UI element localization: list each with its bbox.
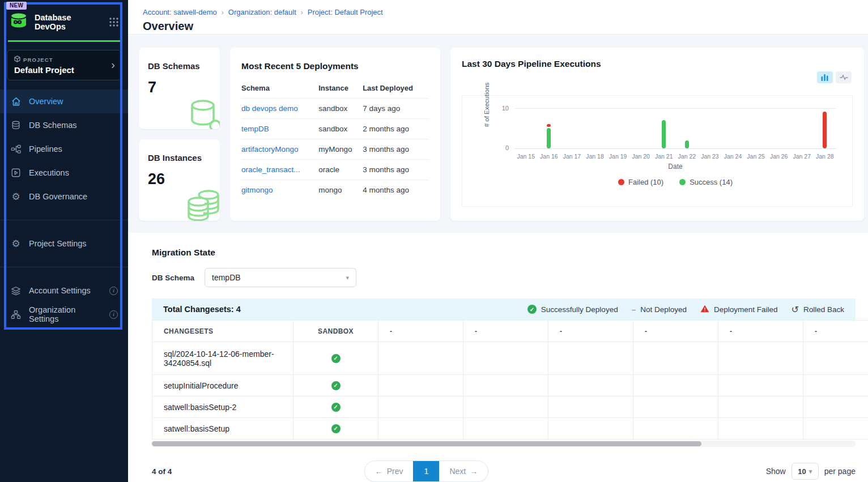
- db-schemas-card[interactable]: DB Schemas 7: [139, 48, 220, 129]
- schema-link[interactable]: tempDB: [241, 125, 269, 133]
- breadcrumb-organization-link[interactable]: Organization: default: [228, 8, 296, 16]
- x-tick-label: Jan 19: [606, 153, 629, 160]
- last-deployed-cell: 7 days ago: [363, 99, 429, 119]
- chevron-down-icon: ▾: [346, 274, 350, 281]
- page-size-value: 10: [798, 467, 806, 476]
- info-icon[interactable]: i: [109, 287, 118, 295]
- changesets-summary-bar: Total Changesets: 4 ✓ Successfully Deplo…: [152, 298, 856, 320]
- changeset-row: sql/2024-10-14-12-06-member-34240854.sql…: [152, 342, 868, 375]
- x-tick-label: Jan 23: [699, 153, 722, 160]
- changeset-row: setupInitialProcedure ✓: [152, 375, 868, 396]
- arrow-right-icon: →: [470, 467, 478, 476]
- check-circle-icon: ✓: [527, 305, 537, 314]
- sidebar-divider: [0, 267, 128, 267]
- legend-item-not-deployed: – Not Deployed: [632, 305, 687, 314]
- schema-link[interactable]: oracle_transact...: [241, 165, 300, 174]
- schema-link[interactable]: db devops demo: [241, 104, 298, 113]
- main-area: Account: satwell-demo › Organization: de…: [128, 0, 868, 482]
- legend-item-rolled-back: ↺ Rolled Back: [792, 304, 844, 315]
- gear-icon: ⚙: [10, 192, 22, 202]
- card-title: Most Recent 5 Deployments: [241, 61, 429, 71]
- x-tick-label: Jan 16: [538, 153, 561, 160]
- prev-button[interactable]: ← Prev: [365, 461, 414, 481]
- stat-title: DB Instances: [148, 153, 211, 163]
- changeset-name: setupInitialProcedure: [152, 375, 293, 396]
- project-selector[interactable]: PROJECT Default Project ›: [7, 50, 121, 80]
- failed-dot-icon: [618, 179, 624, 185]
- schema-link[interactable]: artifactoryMongo: [241, 145, 299, 153]
- horizontal-scrollbar[interactable]: [152, 441, 856, 447]
- table-row: artifactoryMongo myMongo 3 months ago: [241, 139, 429, 160]
- y-tick-label: 0: [505, 144, 509, 151]
- legend-item-failed: Deployment Failed: [700, 305, 778, 314]
- page-size-select[interactable]: 10 ▾: [792, 463, 819, 480]
- per-page-label: per page: [824, 467, 856, 476]
- gear-icon: ⚙: [10, 239, 22, 249]
- sidebar-item-db-schemas[interactable]: DB Schemas: [0, 113, 128, 137]
- x-tick-label: Jan 27: [790, 153, 814, 160]
- table-row: oracle_transact... oracle 3 months ago: [241, 160, 429, 180]
- breadcrumb-separator: ›: [296, 8, 308, 16]
- db-instances-card[interactable]: DB Instances 26: [139, 139, 220, 221]
- column-header-changesets: CHANGESETS: [152, 321, 293, 342]
- section-title: Migration State: [152, 248, 868, 258]
- info-icon[interactable]: i: [109, 310, 118, 319]
- sidebar-item-db-governance[interactable]: ⚙ DB Governance: [0, 185, 128, 208]
- db-schema-select[interactable]: tempDB ▾: [205, 268, 356, 287]
- sidebar-item-label: Organization Settings: [29, 305, 102, 323]
- breadcrumb-account-link[interactable]: Account: satwell-demo: [143, 8, 217, 16]
- last-deployed-cell: 4 months ago: [363, 180, 429, 201]
- prev-label: Prev: [387, 467, 403, 476]
- table-row: tempDB sandbox 2 months ago: [241, 119, 429, 139]
- chart-bar-success: [685, 140, 689, 148]
- sidebar-item-pipelines[interactable]: Pipelines: [0, 137, 128, 161]
- chart-area: # of Executions 10 0 Jan 15Jan 16Jan 17J…: [462, 95, 853, 207]
- sidebar-item-organization-settings[interactable]: Organization Settings i: [0, 302, 128, 326]
- legend-label: Not Deployed: [640, 305, 687, 314]
- sidebar-item-overview[interactable]: Overview: [0, 89, 128, 113]
- brand-underline: [8, 40, 120, 42]
- chart-title: Last 30 Days Pipeline Executions: [462, 59, 853, 69]
- changeset-row: satwell:basisSetup ✓: [152, 418, 868, 440]
- x-tick-label: Jan 17: [560, 153, 584, 160]
- check-circle-icon: ✓: [331, 403, 341, 412]
- x-tick-label: Jan 25: [744, 153, 768, 160]
- stat-value: 26: [148, 170, 211, 188]
- pipeline-icon: [10, 144, 22, 154]
- apps-grid-icon[interactable]: [109, 17, 119, 27]
- chart-type-toggle: [817, 71, 852, 83]
- instance-cell: oracle: [318, 160, 363, 180]
- y-tick-label: 10: [502, 105, 509, 112]
- line-chart-toggle-icon[interactable]: [836, 71, 852, 83]
- chevron-down-icon: ▾: [809, 468, 812, 475]
- row-count: 4 of 4: [152, 467, 172, 476]
- schema-link[interactable]: gitmongo: [241, 186, 273, 194]
- chart-bar-failed: [547, 124, 551, 127]
- horizontal-scrollbar-thumb[interactable]: [152, 441, 701, 446]
- breadcrumb-project-link[interactable]: Project: Default Project: [308, 8, 383, 16]
- legend-label: Failed (10): [628, 178, 663, 186]
- sidebar-item-label: Executions: [29, 168, 69, 177]
- sidebar-item-label: Account Settings: [29, 286, 102, 295]
- migration-state-section: Migration State DB Schema tempDB ▾ Total…: [128, 233, 868, 482]
- instance-cell: sandbox: [318, 99, 363, 119]
- page-1-button[interactable]: 1: [413, 461, 439, 481]
- sidebar-item-project-settings[interactable]: ⚙ Project Settings: [0, 232, 128, 255]
- page-header: Account: satwell-demo › Organization: de…: [128, 0, 868, 35]
- sidebar-nav: Overview DB Schemas: [0, 89, 128, 326]
- next-button[interactable]: Next →: [439, 461, 488, 481]
- changeset-row: satwell:basisSetup-2 ✓: [152, 396, 868, 418]
- x-tick-label: Jan 28: [814, 153, 837, 160]
- project-label: PROJECT: [23, 57, 53, 63]
- chart-legend: Failed (10) Success (14): [514, 178, 836, 186]
- sidebar-item-executions[interactable]: Executions: [0, 161, 128, 185]
- sidebar-item-account-settings[interactable]: Account Settings i: [0, 279, 128, 302]
- bar-chart-toggle-icon[interactable]: [817, 71, 833, 83]
- column-header: -: [718, 321, 803, 342]
- column-header: -: [378, 321, 463, 342]
- pager-controls: ← Prev 1 Next →: [364, 460, 489, 482]
- last-deployed-cell: 3 months ago: [363, 160, 429, 180]
- brand-name: Database DevOps: [35, 13, 103, 31]
- x-tick-label: Jan 22: [675, 153, 699, 160]
- dash-icon: –: [632, 305, 636, 314]
